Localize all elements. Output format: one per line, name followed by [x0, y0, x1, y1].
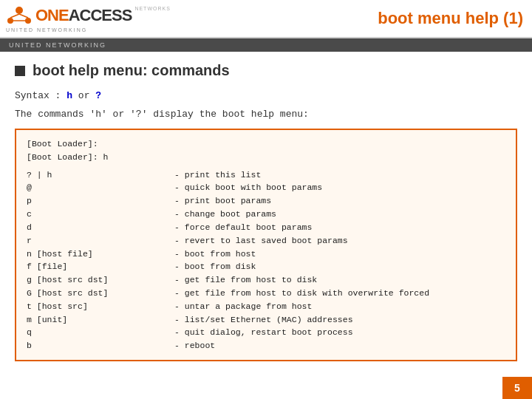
- bootloader-box: [Boot Loader]: [Boot Loader]: h ? | h- p…: [15, 129, 517, 361]
- command-desc: - list/set Ethernet (MAC) addresses: [174, 313, 505, 327]
- description-text: The commands 'h' or '?' display the boot…: [15, 109, 517, 120]
- command-name: f [file]: [27, 260, 174, 273]
- title-bullet: [15, 66, 25, 76]
- command-row: c- change boot params: [27, 208, 505, 221]
- command-desc: - boot from disk: [174, 260, 505, 273]
- command-desc: - get file from host to disk: [174, 273, 505, 287]
- logo-top: ONEACCESS NETWORKS: [6, 4, 171, 27]
- command-row: r- revert to last saved boot params: [27, 234, 505, 248]
- command-name: g [host src dst]: [27, 273, 174, 287]
- page-title: boot help menu: commands: [33, 62, 230, 79]
- command-name: p: [27, 194, 174, 208]
- command-name: @: [27, 181, 174, 194]
- header-title: boot menu help (1): [378, 9, 523, 28]
- commands-list: ? | h- print this list@- quick boot with…: [27, 168, 505, 352]
- syntax-label: Syntax : h or ?: [15, 90, 101, 101]
- command-row: m [unit]- list/set Ethernet (MAC) addres…: [27, 313, 505, 327]
- command-row: p- print boot params: [27, 194, 505, 208]
- bootloader-prompt1: [Boot Loader]:: [27, 137, 505, 151]
- bootloader-prompt2: [Boot Loader]: h: [27, 151, 505, 164]
- command-name: G [host src dst]: [27, 287, 174, 300]
- command-row: b- reboot: [27, 339, 505, 352]
- command-name: d: [27, 221, 174, 234]
- command-desc: - print boot params: [174, 194, 505, 208]
- command-row: q- quit dialog, restart boot process: [27, 326, 505, 339]
- command-row: G [host src dst]- get file from host to …: [27, 287, 505, 300]
- command-name: t [host src]: [27, 300, 174, 313]
- command-row: n [host file]- boot from host: [27, 248, 505, 261]
- command-row: @- quick boot with boot params: [27, 181, 505, 194]
- footer: 5: [502, 377, 532, 399]
- command-name: n [host file]: [27, 248, 174, 261]
- command-desc: - force default boot params: [174, 221, 505, 234]
- command-row: f [file]- boot from disk: [27, 260, 505, 273]
- syntax-section: Syntax : h or ?: [15, 89, 517, 101]
- command-name: ? | h: [27, 168, 174, 182]
- command-desc: - untar a package from host: [174, 300, 505, 313]
- command-name: c: [27, 208, 174, 221]
- command-name: q: [27, 326, 174, 339]
- logo-icon: [6, 4, 33, 27]
- subheader-bar: United Networking: [0, 38, 532, 52]
- logo-box: ONEACCESS NETWORKS United Networking: [6, 4, 171, 33]
- command-name: b: [27, 339, 174, 352]
- command-desc: - boot from host: [174, 248, 505, 261]
- subheader-text: United Networking: [9, 41, 106, 49]
- logo-access: ACCESS: [69, 6, 132, 25]
- command-desc: - change boot params: [174, 208, 505, 221]
- command-row: d- force default boot params: [27, 221, 505, 234]
- logo-one: ONE: [35, 6, 69, 25]
- command-desc: - reboot: [174, 339, 505, 352]
- logo-slogan: United Networking: [6, 27, 87, 33]
- command-row: ? | h- print this list: [27, 168, 505, 182]
- title-row: boot help menu: commands: [15, 62, 517, 79]
- command-desc: - print this list: [174, 168, 505, 182]
- command-row: t [host src]- untar a package from host: [27, 300, 505, 313]
- command-desc: - quit dialog, restart boot process: [174, 326, 505, 339]
- command-name: m [unit]: [27, 313, 174, 327]
- command-desc: - quick boot with boot params: [174, 181, 505, 194]
- logo-networks: NETWORKS: [134, 6, 170, 11]
- command-row: g [host src dst]- get file from host to …: [27, 273, 505, 287]
- command-desc: - get file from host to disk with overwr…: [174, 287, 505, 300]
- command-name: r: [27, 234, 174, 248]
- svg-point-0: [16, 7, 23, 14]
- page-number: 5: [514, 382, 520, 394]
- svg-line-4: [19, 14, 28, 18]
- main-content: boot help menu: commands Syntax : h or ?…: [0, 52, 532, 369]
- svg-line-3: [10, 14, 19, 18]
- header: ONEACCESS NETWORKS United Networking boo…: [0, 0, 532, 38]
- logo-area: ONEACCESS NETWORKS United Networking: [6, 4, 171, 33]
- command-desc: - revert to last saved boot params: [174, 234, 505, 248]
